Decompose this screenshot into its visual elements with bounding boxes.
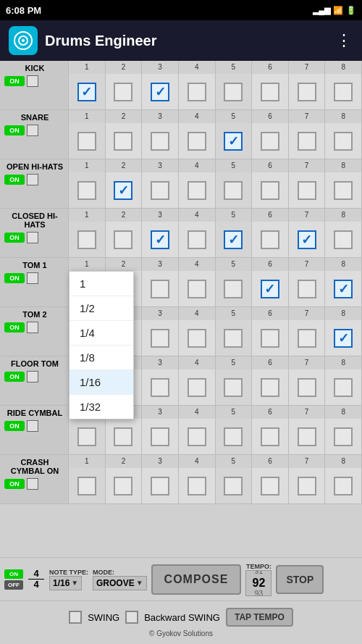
cell-check-4-5[interactable]: ✓ (261, 280, 279, 298)
cell-check-5-3[interactable] (188, 329, 206, 348)
tempo-scroll[interactable]: 91 92 93 (245, 570, 272, 596)
cell-check-0-6[interactable] (298, 83, 316, 101)
dropdown-item-1[interactable]: 1 (70, 272, 133, 296)
cell-check-1-5[interactable] (261, 132, 279, 151)
cell-check-4-6[interactable] (298, 280, 316, 298)
menu-button[interactable]: ⋮ (336, 31, 353, 50)
row-checkbox-1[interactable] (27, 125, 38, 136)
row-checkbox-3[interactable] (27, 232, 38, 243)
cell-check-6-6[interactable] (298, 378, 316, 397)
cell-check-8-7[interactable] (334, 477, 353, 495)
cell-check-1-4[interactable]: ✓ (224, 132, 243, 151)
cell-check-2-4[interactable] (224, 181, 243, 200)
row-checkbox-7[interactable] (27, 420, 38, 432)
dropdown-item-1-4[interactable]: 1/4 (70, 321, 133, 346)
cell-check-5-5[interactable] (261, 329, 279, 348)
cell-check-0-5[interactable] (261, 83, 279, 101)
on-button[interactable]: ON (4, 569, 23, 579)
cell-check-7-3[interactable] (188, 427, 206, 446)
cell-check-6-4[interactable] (224, 378, 243, 397)
cell-check-2-2[interactable] (151, 181, 169, 200)
cell-check-1-2[interactable] (151, 132, 169, 151)
dropdown-item-1-2[interactable]: 1/2 (70, 296, 133, 321)
cell-check-3-2[interactable]: ✓ (151, 230, 169, 249)
row-on-button-7[interactable]: ON (4, 421, 25, 431)
cell-check-0-7[interactable] (334, 83, 353, 101)
row-checkbox-4[interactable] (27, 272, 38, 284)
cell-check-2-5[interactable] (261, 181, 279, 200)
row-on-button-5[interactable]: ON (4, 322, 25, 333)
cell-check-1-3[interactable] (188, 132, 206, 151)
note-type-value-row[interactable]: 1/16 ▼ (49, 576, 82, 590)
cell-check-0-4[interactable] (224, 83, 243, 101)
row-on-button-0[interactable]: ON (4, 76, 25, 86)
cell-check-3-7[interactable] (334, 230, 353, 249)
cell-check-7-2[interactable] (151, 427, 169, 446)
cell-check-1-6[interactable] (298, 132, 316, 151)
row-on-button-6[interactable]: ON (4, 372, 25, 382)
cell-check-7-1[interactable] (114, 427, 132, 446)
cell-check-6-7[interactable] (334, 378, 353, 397)
cell-check-4-7[interactable]: ✓ (334, 280, 353, 298)
cell-check-2-6[interactable] (298, 181, 316, 200)
cell-check-6-3[interactable] (188, 378, 206, 397)
cell-check-2-0[interactable] (77, 181, 96, 200)
cell-check-3-4[interactable]: ✓ (224, 230, 243, 249)
cell-check-5-7[interactable]: ✓ (334, 329, 353, 348)
cell-check-7-7[interactable] (334, 427, 353, 446)
cell-check-3-1[interactable] (114, 230, 132, 249)
row-on-button-1[interactable]: ON (4, 125, 25, 135)
cell-check-2-7[interactable] (334, 181, 353, 200)
compose-button[interactable]: COMPOSE (151, 564, 242, 595)
cell-check-1-0[interactable] (77, 132, 96, 151)
row-checkbox-0[interactable] (27, 75, 38, 87)
row-checkbox-5[interactable] (27, 322, 38, 333)
off-button[interactable]: OFF (4, 580, 23, 590)
cell-check-3-6[interactable]: ✓ (298, 230, 316, 249)
row-on-button-3[interactable]: ON (4, 233, 25, 243)
cell-check-1-7[interactable] (334, 132, 353, 151)
tap-tempo-button[interactable]: TAP TEMPO (226, 608, 293, 627)
cell-check-8-2[interactable] (151, 477, 169, 495)
dropdown-item-1-32[interactable]: 1/32 (70, 395, 133, 419)
cell-check-8-5[interactable] (261, 477, 279, 495)
cell-check-6-2[interactable] (151, 378, 169, 397)
cell-check-5-2[interactable] (151, 329, 169, 348)
cell-check-7-0[interactable] (77, 427, 96, 446)
cell-check-0-3[interactable] (188, 83, 206, 101)
cell-check-4-4[interactable] (224, 280, 243, 298)
cell-check-8-4[interactable] (224, 477, 243, 495)
cell-check-8-0[interactable] (77, 477, 96, 495)
cell-check-0-1[interactable] (114, 83, 132, 101)
backward-swing-checkbox[interactable] (125, 611, 138, 624)
stop-button[interactable]: STOP (276, 565, 324, 594)
cell-check-6-5[interactable] (261, 378, 279, 397)
cell-check-8-3[interactable] (188, 477, 206, 495)
row-on-button-4[interactable]: ON (4, 273, 25, 283)
row-on-button-8[interactable]: ON (4, 479, 25, 489)
cell-check-5-4[interactable] (224, 329, 243, 348)
cell-check-5-6[interactable] (298, 329, 316, 348)
cell-check-8-1[interactable] (114, 477, 132, 495)
cell-check-3-0[interactable] (77, 230, 96, 249)
cell-check-7-5[interactable] (261, 427, 279, 446)
cell-check-8-6[interactable] (298, 477, 316, 495)
cell-check-4-3[interactable] (188, 280, 206, 298)
row-checkbox-8[interactable] (27, 478, 38, 490)
cell-check-0-0[interactable]: ✓ (77, 83, 96, 101)
row-checkbox-2[interactable] (27, 174, 38, 185)
cell-check-7-6[interactable] (298, 427, 316, 446)
cell-check-1-1[interactable] (114, 132, 132, 151)
cell-check-3-3[interactable] (188, 230, 206, 249)
dropdown-item-1-8[interactable]: 1/8 (70, 346, 133, 370)
cell-check-3-5[interactable] (261, 230, 279, 249)
cell-check-0-2[interactable]: ✓ (151, 83, 169, 101)
row-checkbox-6[interactable] (27, 371, 38, 382)
cell-check-7-4[interactable] (224, 427, 243, 446)
swing-checkbox[interactable] (69, 611, 82, 624)
row-on-button-2[interactable]: ON (4, 175, 25, 185)
mode-value-row[interactable]: GROOVE ▼ (93, 576, 147, 590)
cell-check-2-1[interactable]: ✓ (114, 181, 132, 200)
dropdown-item-1-16[interactable]: 1/16 (70, 370, 133, 395)
cell-check-2-3[interactable] (188, 181, 206, 200)
